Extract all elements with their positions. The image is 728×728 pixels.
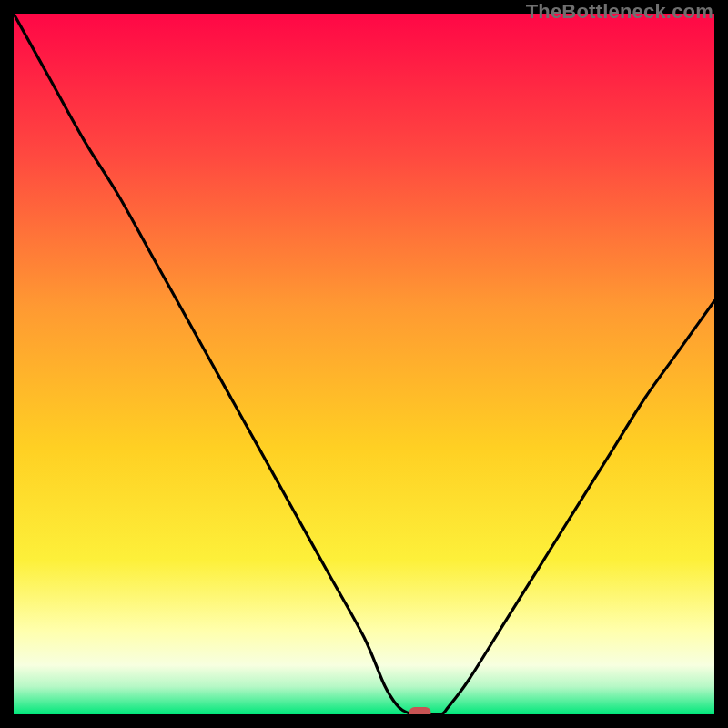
optimum-marker <box>410 707 431 714</box>
watermark-text: TheBottleneck.com <box>526 0 713 24</box>
gradient-background <box>14 14 714 714</box>
chart-container: TheBottleneck.com <box>0 0 728 728</box>
bottleneck-chart <box>14 14 714 714</box>
